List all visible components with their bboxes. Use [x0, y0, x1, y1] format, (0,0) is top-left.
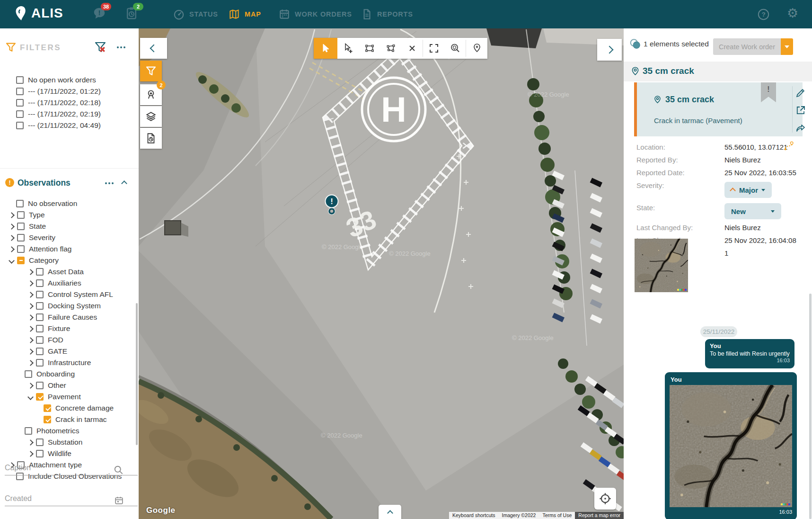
field-value: 55.56010, 13.07121	[724, 143, 787, 152]
settings-button[interactable]: ⚙	[787, 7, 798, 19]
badges-button[interactable]: 2	[140, 84, 162, 105]
nav-item-work-orders[interactable]: WORK ORDERS	[278, 0, 352, 28]
checkbox[interactable]	[16, 88, 24, 95]
report-document-button[interactable]	[140, 128, 162, 149]
collapse-left-panel-button[interactable]	[140, 38, 167, 59]
expand-icon[interactable]	[9, 246, 15, 252]
observation-card[interactable]: 35 cm crack Crack in tarmac (Pavement) !	[634, 82, 803, 136]
create-work-order-dropdown[interactable]	[781, 38, 793, 55]
checkbox[interactable]	[36, 313, 44, 321]
report-map-error-link[interactable]: Report a map error	[575, 512, 624, 519]
route-button[interactable]	[783, 141, 794, 152]
clear-filters-button[interactable]	[93, 40, 107, 54]
expand-icon[interactable]	[9, 212, 15, 218]
expand-icon[interactable]	[27, 269, 34, 275]
collapse-section-icon[interactable]	[121, 180, 127, 187]
checkbox[interactable]	[36, 291, 44, 298]
help-button[interactable]: ?	[757, 8, 770, 21]
expand-icon[interactable]	[27, 303, 34, 309]
observation-title-band: 35 cm crack	[624, 62, 812, 81]
terms-of-use-link[interactable]: Terms of Use	[539, 512, 575, 519]
expand-icon[interactable]	[27, 280, 34, 286]
nav-item-map[interactable]: MAP	[228, 0, 261, 28]
checkbox[interactable]	[17, 211, 25, 219]
checkbox[interactable]	[36, 450, 44, 457]
expand-icon[interactable]	[27, 292, 34, 298]
expand-icon[interactable]	[9, 224, 15, 230]
expand-icon[interactable]	[27, 349, 34, 355]
checkbox[interactable]	[36, 325, 44, 332]
google-logo[interactable]: Google	[146, 506, 176, 515]
expand-icon[interactable]	[27, 326, 34, 332]
checkbox[interactable]	[36, 302, 44, 310]
alis-logo[interactable]: ALIS	[14, 5, 63, 22]
checkbox[interactable]	[16, 122, 24, 129]
keyboard-shortcuts-link[interactable]: Keyboard shortcuts	[449, 512, 498, 519]
checkbox[interactable]	[16, 110, 24, 118]
checkbox[interactable]	[25, 370, 32, 378]
attention-flag-ribbon[interactable]: !	[761, 82, 776, 102]
checkbox-checked[interactable]	[36, 393, 44, 401]
filter-icon	[5, 42, 17, 53]
rectangle-select-tool-button[interactable]	[359, 38, 380, 59]
expand-icon[interactable]	[27, 314, 34, 321]
checkbox[interactable]	[17, 245, 25, 253]
select-tool-button[interactable]	[314, 38, 337, 59]
expand-icon[interactable]	[27, 439, 34, 446]
expand-icon[interactable]	[9, 235, 15, 241]
checkbox[interactable]	[36, 336, 44, 344]
search-location-button[interactable]	[444, 38, 466, 59]
edit-button[interactable]	[795, 87, 806, 98]
expand-icon[interactable]	[27, 383, 34, 389]
expand-icon[interactable]	[27, 337, 34, 343]
gear-icon: ⚙	[787, 6, 798, 20]
filters-menu-button[interactable]	[117, 46, 125, 48]
checkbox[interactable]	[17, 223, 25, 230]
add-marker-button[interactable]	[466, 38, 487, 59]
sidebar-scrollbar[interactable]	[136, 303, 138, 445]
expand-icon[interactable]	[27, 451, 34, 457]
add-to-selection-tool-button[interactable]	[337, 38, 359, 59]
panel-scrollbar[interactable]	[809, 294, 812, 519]
state-dropdown[interactable]: New	[724, 203, 781, 219]
collapse-right-panel-button[interactable]	[597, 39, 622, 61]
checkbox-checked[interactable]	[44, 416, 51, 423]
collapse-icon[interactable]	[9, 258, 15, 264]
satellite-map[interactable]: H	[139, 28, 624, 519]
collapse-icon[interactable]	[27, 394, 34, 400]
nav-item-status[interactable]: STATUS	[173, 0, 218, 28]
create-work-order-button[interactable]: Create Work order	[713, 38, 793, 55]
layers-button[interactable]	[140, 106, 162, 127]
checkbox[interactable]	[16, 200, 24, 207]
fullscreen-button[interactable]	[423, 38, 444, 59]
nav-item-reports[interactable]: REPORTS	[361, 0, 413, 28]
checkbox[interactable]	[36, 438, 44, 446]
checkbox[interactable]	[36, 268, 44, 276]
work-orders-notification-button[interactable]: 2	[124, 6, 141, 22]
checkbox-indeterminate[interactable]	[17, 257, 25, 264]
checkbox[interactable]	[16, 76, 24, 84]
attachment-thumbnail[interactable]	[635, 239, 688, 292]
severity-dropdown[interactable]: Major	[724, 182, 772, 198]
checkbox[interactable]	[36, 359, 44, 367]
notifications-button[interactable]: ! 38	[92, 6, 108, 22]
expand-bottom-panel-button[interactable]	[379, 505, 401, 519]
polygon-select-tool-button[interactable]	[380, 38, 401, 59]
calendar-picker-icon[interactable]	[114, 495, 124, 505]
map-filter-button[interactable]	[140, 61, 162, 81]
my-location-button[interactable]	[594, 488, 616, 510]
checkbox[interactable]	[36, 279, 44, 287]
chat-image[interactable]	[670, 385, 792, 507]
checkbox[interactable]	[36, 348, 44, 355]
observations-menu-button[interactable]	[105, 182, 114, 184]
nav-label-work-orders: WORK ORDERS	[295, 10, 352, 18]
share-button[interactable]	[795, 122, 806, 134]
open-external-button[interactable]	[795, 105, 806, 116]
checkbox[interactable]	[17, 234, 25, 242]
checkbox[interactable]	[36, 382, 44, 389]
checkbox[interactable]	[25, 427, 32, 435]
expand-icon[interactable]	[27, 360, 34, 366]
clear-selection-tool-button[interactable]	[401, 38, 423, 59]
checkbox-checked[interactable]	[44, 404, 51, 412]
checkbox[interactable]	[16, 99, 24, 107]
